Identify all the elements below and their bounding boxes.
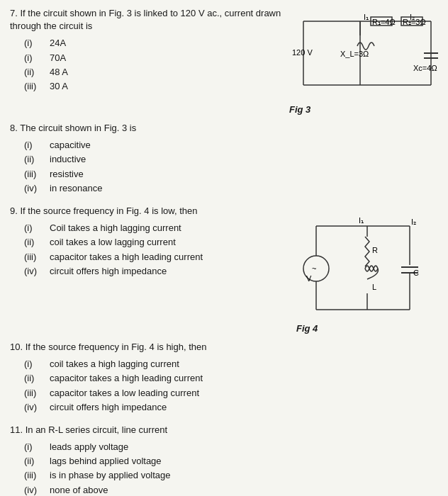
list-item: (iii) capacitor takes a high leading cur… bbox=[24, 251, 296, 264]
list-item: (iv) none of above bbox=[24, 484, 438, 496]
list-item: (ii) coil takes a low lagging current bbox=[24, 236, 296, 249]
option-label: (iii) bbox=[24, 387, 45, 400]
question-7-left: 7. If the circuit shown in Fig. 3 is lin… bbox=[10, 7, 289, 93]
list-item: (iii) resistive bbox=[24, 168, 438, 181]
figure-4-label: Fig 4 bbox=[296, 323, 438, 334]
option-text: 48 A bbox=[50, 66, 68, 79]
option-label: (iv) bbox=[24, 484, 45, 496]
figure-3-label: Fig 3 bbox=[289, 104, 438, 115]
option-text: 24A bbox=[50, 37, 66, 50]
option-label: (i) bbox=[24, 37, 45, 50]
option-label: (i) bbox=[24, 441, 45, 453]
svg-text:Xc=4Ω: Xc=4Ω bbox=[413, 64, 437, 72]
option-text: capacitor takes a high leading current bbox=[50, 251, 203, 264]
question-7-text: 7. If the circuit shown in Fig. 3 is lin… bbox=[10, 7, 289, 33]
option-text: coil takes a high lagging current bbox=[50, 358, 179, 371]
option-text: 70A bbox=[50, 52, 66, 64]
figure-3-area: 120 V I₁ I₂ R₁=4Ω R₂=3Ω X_L=3Ω Xc=4Ω bbox=[289, 7, 438, 115]
list-item: (i) 24A bbox=[24, 37, 289, 50]
list-item: (iv) in resonance bbox=[24, 182, 438, 195]
list-item: (ii) lags behind applied voltage bbox=[24, 455, 438, 468]
list-item: (ii) capacitor takes a high leading curr… bbox=[24, 372, 438, 385]
list-item: (ii) 48 A bbox=[24, 66, 289, 79]
option-label: (iv) bbox=[24, 265, 45, 278]
question-9-options: (i) Coil takes a high lagging current (i… bbox=[24, 222, 296, 278]
question-7-options: (i) 24A (i) 70A (ii) 48 A (iii) 30 A bbox=[24, 37, 289, 93]
list-item: (i) coil takes a high lagging current bbox=[24, 358, 438, 371]
question-8-text: 8. The circuit shown in Fig. 3 is bbox=[10, 122, 438, 135]
option-label: (i) bbox=[24, 139, 45, 152]
option-label: (ii) bbox=[24, 455, 45, 468]
list-item: (i) leads apply voltage bbox=[24, 441, 438, 453]
svg-text:I₁: I₁ bbox=[359, 216, 364, 225]
option-label: (ii) bbox=[24, 153, 45, 166]
option-label: (iii) bbox=[24, 469, 45, 482]
option-label: (ii) bbox=[24, 372, 45, 385]
question-10-options: (i) coil takes a high lagging current (i… bbox=[24, 358, 438, 414]
list-item: (i) capacitive bbox=[24, 139, 438, 152]
option-text: coil takes a low lagging current bbox=[50, 236, 176, 249]
svg-text:120 V: 120 V bbox=[292, 48, 313, 57]
option-label: (iii) bbox=[24, 251, 45, 264]
option-text: resistive bbox=[50, 168, 84, 181]
option-text: inductive bbox=[50, 153, 86, 166]
option-label: (iv) bbox=[24, 182, 45, 195]
option-text: none of above bbox=[50, 484, 108, 496]
option-text: in resonance bbox=[50, 182, 102, 195]
question-9-left: 9. If the source frequency in Fig. 4 is … bbox=[10, 205, 296, 278]
svg-text:~: ~ bbox=[312, 264, 316, 273]
question-8-block: 8. The circuit shown in Fig. 3 is (i) ca… bbox=[10, 122, 438, 195]
question-7-block: 7. If the circuit shown in Fig. 3 is lin… bbox=[10, 7, 438, 115]
figure-4-area: ~ V I₁ I₂ R L bbox=[296, 205, 438, 334]
question-11-options: (i) leads apply voltage (ii) lags behind… bbox=[24, 441, 438, 496]
option-text: Coil takes a high lagging current bbox=[50, 222, 181, 235]
svg-text:R₂=3Ω: R₂=3Ω bbox=[403, 18, 426, 26]
option-label: (ii) bbox=[24, 66, 45, 79]
option-label: (iii) bbox=[24, 80, 45, 93]
list-item: (iii) is in phase by applied voltage bbox=[24, 469, 438, 482]
option-text: capacitor takes a low leading current bbox=[50, 387, 199, 400]
option-text: circuit offers high impedance bbox=[50, 265, 167, 278]
list-item: (i) Coil takes a high lagging current bbox=[24, 222, 296, 235]
svg-text:C: C bbox=[413, 269, 419, 277]
option-label: (ii) bbox=[24, 236, 45, 249]
svg-text:L: L bbox=[372, 283, 376, 291]
question-9-text: 9. If the source frequency in Fig. 4 is … bbox=[10, 205, 296, 218]
option-label: (i) bbox=[24, 222, 45, 235]
svg-text:R₁=4Ω: R₁=4Ω bbox=[372, 18, 396, 26]
list-item: (iii) capacitor takes a low leading curr… bbox=[24, 387, 438, 400]
list-item: (iv) circuit offers high impedance bbox=[24, 401, 438, 414]
svg-text:X_L=3Ω: X_L=3Ω bbox=[340, 50, 369, 58]
option-text: circuit offers high impedance bbox=[50, 401, 167, 414]
option-text: capacitive bbox=[50, 139, 91, 152]
option-text: 30 A bbox=[50, 80, 68, 93]
svg-text:V: V bbox=[306, 274, 312, 283]
question-9-block: 9. If the source frequency in Fig. 4 is … bbox=[10, 205, 438, 334]
option-label: (iv) bbox=[24, 401, 45, 414]
svg-text:I₂: I₂ bbox=[411, 218, 416, 226]
figure-4-svg: ~ V I₁ I₂ R L bbox=[296, 205, 431, 318]
option-text: is in phase by applied voltage bbox=[50, 469, 171, 482]
question-10-block: 10. If the source frequency in Fig. 4 is… bbox=[10, 341, 438, 414]
question-11-text: 11. In an R-L series circuit, line curre… bbox=[10, 424, 438, 436]
option-text: leads apply voltage bbox=[50, 441, 128, 453]
option-label: (iii) bbox=[24, 168, 45, 181]
svg-text:R: R bbox=[372, 246, 378, 254]
list-item: (iii) 30 A bbox=[24, 80, 289, 93]
option-text: lags behind applied voltage bbox=[50, 455, 162, 468]
list-item: (i) 70A bbox=[24, 52, 289, 64]
option-label: (i) bbox=[24, 358, 45, 371]
svg-text:I₁: I₁ bbox=[364, 13, 369, 21]
question-10-text: 10. If the source frequency in Fig. 4 is… bbox=[10, 341, 438, 354]
option-text: capacitor takes a high leading current bbox=[50, 372, 203, 385]
question-8-options: (i) capacitive (ii) inductive (iii) resi… bbox=[24, 139, 438, 195]
figure-3-svg: 120 V I₁ I₂ R₁=4Ω R₂=3Ω X_L=3Ω Xc=4Ω bbox=[289, 7, 438, 99]
question-11-block: 11. In an R-L series circuit, line curre… bbox=[10, 424, 438, 496]
list-item: (ii) inductive bbox=[24, 153, 438, 166]
list-item: (iv) circuit offers high impedance bbox=[24, 265, 296, 278]
option-label: (i) bbox=[24, 52, 45, 64]
